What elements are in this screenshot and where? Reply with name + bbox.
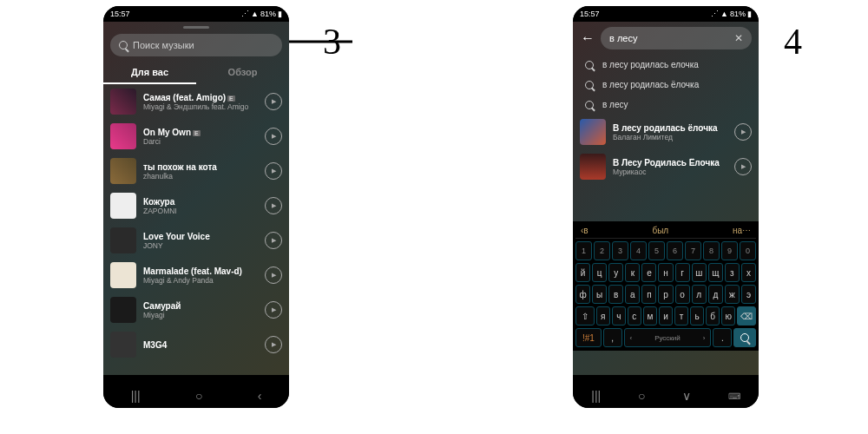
nav-home-icon[interactable]: ○ [195,389,202,403]
key-backspace[interactable]: ⌫ [737,306,756,326]
key-ц[interactable]: ц [592,263,607,282]
key-т[interactable]: т [674,306,688,326]
play-button[interactable] [265,266,282,284]
predict-mid[interactable]: был [589,226,733,235]
key-space[interactable]: Русский [624,328,712,347]
phone-screenshot-4: 15:57 ⋰ ▲ 81% ▮ ← ✕ в лесу родилась елоч… [573,6,759,408]
key-4[interactable]: 4 [630,241,647,260]
key-х[interactable]: х [741,263,756,282]
key-о[interactable]: о [675,285,690,304]
play-button[interactable] [265,162,282,180]
key-5[interactable]: 5 [648,241,665,260]
play-button[interactable] [265,93,282,110]
nav-back-icon[interactable]: ∨ [682,389,691,403]
search-input[interactable] [609,33,729,43]
sheet-handle[interactable] [183,26,209,29]
key-7[interactable]: 7 [685,241,701,260]
track-row[interactable]: ты похож на котаzhanulka [103,154,289,188]
step-label-4: 4 [784,21,802,62]
track-row[interactable]: M3G4 [103,327,289,362]
key-ь[interactable]: ь [690,306,704,326]
suggestion-row[interactable]: в лесу родилась елочка [573,55,759,75]
key-0[interactable]: 0 [740,241,756,260]
key-е[interactable]: е [641,263,656,282]
key-period[interactable]: . [713,328,732,347]
wifi-icon: ⋰ [241,10,249,18]
more-icon[interactable]: ⋯ [742,226,751,235]
key-й[interactable]: й [575,263,590,282]
key-м[interactable]: м [643,306,657,326]
key-р[interactable]: р [658,285,673,304]
back-button[interactable]: ← [580,30,595,46]
key-н[interactable]: н [658,263,673,282]
key-у[interactable]: у [608,263,623,282]
search-field[interactable] [110,34,282,56]
track-row[interactable]: Marmalade (feat. Mav-d)Miyagi & Andy Pan… [103,258,289,293]
key-comma[interactable]: , [603,328,622,347]
track-row[interactable]: Love Your VoiceJONY [103,223,289,258]
key-л[interactable]: л [692,285,707,304]
nav-recent-icon[interactable]: ||| [131,389,141,403]
nav-keyboard-icon[interactable]: ⌨ [728,391,740,401]
key-к[interactable]: к [625,263,640,282]
key-1[interactable]: 1 [575,241,592,260]
track-row[interactable]: On My OwnEDarci [103,119,289,154]
play-button[interactable] [265,197,282,214]
tab-for-you[interactable]: Для вас [103,62,196,84]
key-п[interactable]: п [641,285,656,304]
result-row[interactable]: В Лесу Родилась ЁлочкаМурикаос [573,149,759,184]
play-button[interactable] [265,301,282,319]
key-щ[interactable]: щ [708,263,723,282]
result-row[interactable]: В лесу родилась ёлочкаБалаган Лимитед [573,115,759,149]
track-list[interactable]: Самая (feat. Amigo)EMiyagi & Эндшпиль fe… [103,84,289,362]
key-и[interactable]: и [659,306,673,326]
suggestion-row[interactable]: в лесу [573,95,759,115]
clear-icon[interactable]: ✕ [734,32,743,44]
key-ж[interactable]: ж [725,285,740,304]
key-3[interactable]: 3 [612,241,628,260]
tab-browse[interactable]: Обзор [196,62,289,84]
key-ф[interactable]: ф [575,285,590,304]
key-9[interactable]: 9 [721,241,738,260]
key-ы[interactable]: ы [592,285,607,304]
search-input[interactable] [133,40,273,50]
play-button[interactable] [265,336,282,353]
key-д[interactable]: д [708,285,723,304]
key-symbols[interactable]: !#1 [575,328,602,347]
nav-back-icon[interactable]: ‹ [258,389,262,403]
key-я[interactable]: я [596,306,610,326]
nav-recent-icon[interactable]: ||| [591,389,601,403]
key-search[interactable] [733,328,756,347]
key-2[interactable]: 2 [594,241,610,260]
key-ш[interactable]: ш [692,263,707,282]
track-row[interactable]: СамурайMiyagi [103,293,289,327]
key-ч[interactable]: ч [612,306,626,326]
track-row[interactable]: Самая (feat. Amigo)EMiyagi & Эндшпиль fe… [103,84,289,119]
key-з[interactable]: з [725,263,740,282]
key-а[interactable]: а [625,285,640,304]
keyboard[interactable]: ‹ в был на ⋯ 1234567890 йцукенгшщзх фыва… [573,221,759,351]
mini-player[interactable] [103,375,289,384]
play-button[interactable] [265,128,282,145]
key-с[interactable]: с [628,306,641,326]
play-button[interactable] [265,232,282,249]
key-в[interactable]: в [608,285,623,304]
album-art [110,89,136,115]
track-row[interactable]: КожураZAPOMNI [103,188,289,223]
track-title: В Лесу Родилась Ёлочка [613,158,727,168]
predict-right[interactable]: на [733,226,742,235]
play-button[interactable] [734,158,752,175]
key-8[interactable]: 8 [703,241,720,260]
key-г[interactable]: г [675,263,690,282]
nav-home-icon[interactable]: ○ [638,389,645,403]
suggestion-row[interactable]: в лесу родилась ёлочка [573,75,759,95]
search-field[interactable]: ✕ [601,27,752,49]
key-э[interactable]: э [741,285,756,304]
track-title: В лесу родилась ёлочка [613,123,727,133]
track-artist: Darci [143,137,258,146]
play-button[interactable] [734,123,752,141]
key-б[interactable]: б [706,306,720,326]
key-shift[interactable]: ⇧ [575,306,595,326]
key-6[interactable]: 6 [667,241,683,260]
key-ю[interactable]: ю [721,306,735,326]
